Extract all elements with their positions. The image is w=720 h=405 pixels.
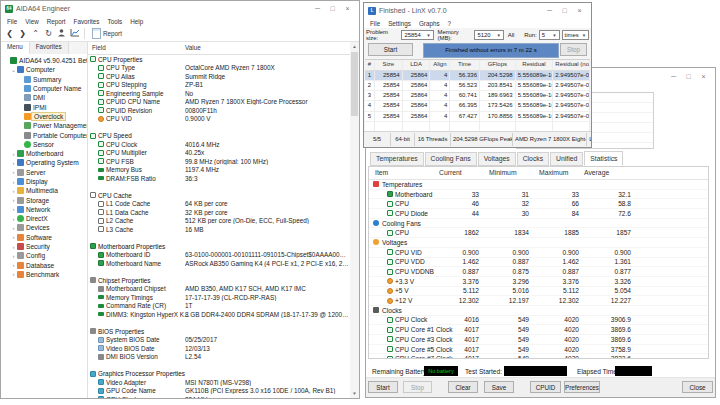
close-icon[interactable]: × — [572, 4, 587, 17]
tab-statistics[interactable]: Statistics — [584, 151, 623, 166]
report-button[interactable]: Report — [88, 27, 126, 40]
expander-icon[interactable]: › — [10, 206, 17, 212]
maximize-icon[interactable]: □ — [557, 4, 572, 17]
expander-icon[interactable]: › — [10, 197, 17, 203]
minimize-icon[interactable]: ─ — [310, 2, 325, 15]
list-row: CPU AliasSummit Ridge — [87, 72, 350, 81]
scroll-thumb[interactable] — [351, 52, 358, 116]
up-icon[interactable]: ⌃ — [29, 29, 42, 38]
menubar-item-view[interactable]: View — [21, 18, 43, 25]
sidebar-item-devices[interactable]: ›Devices — [1, 223, 87, 232]
sidebar-item-dmi[interactable]: DMI — [1, 93, 87, 102]
forward-icon[interactable]: ❯ — [16, 29, 29, 38]
sidebar-item-computer[interactable]: ⌄Computer — [1, 65, 87, 74]
sidebar-item-motherboard[interactable]: ›Motherboard — [1, 149, 87, 158]
field-value: 324 MHz — [185, 396, 349, 398]
sidebar-item-portable[interactable]: Portable Computer — [1, 130, 87, 139]
close-button[interactable]: Close — [682, 381, 713, 393]
sidebar-item-display[interactable]: ›Display — [1, 177, 87, 186]
linx-grid-cell: 25854 — [375, 81, 403, 90]
tab-cooling-fans[interactable]: Cooling Fans — [425, 152, 477, 166]
start-button[interactable]: Start — [368, 381, 398, 393]
sidebar-item-server[interactable]: ›Server — [1, 168, 87, 177]
sidebar-item-multimedia[interactable]: ›Multimedia — [1, 186, 87, 195]
chip-icon — [98, 286, 104, 292]
linx-menubar-item-graphs[interactable]: Graphs — [415, 20, 444, 27]
refresh-icon[interactable]: ↻ — [42, 29, 55, 38]
run-count-select[interactable]: 5 ▼ — [539, 30, 560, 40]
menubar-item-help[interactable]: Help — [126, 18, 147, 25]
expander-icon[interactable]: › — [10, 271, 17, 277]
scroll-down-icon[interactable]: ▼ — [350, 389, 359, 398]
sidebar-item-summary[interactable]: Summary — [1, 75, 87, 84]
linx-menubar-item-help[interactable]: ? — [444, 20, 456, 27]
menubar-item-report[interactable]: Report — [43, 18, 70, 25]
sidebar-item-database[interactable]: ›Database — [1, 261, 87, 270]
close-icon[interactable]: × — [340, 2, 355, 15]
expander-icon[interactable]: › — [10, 179, 17, 185]
expander-icon[interactable]: › — [10, 244, 17, 250]
expander-icon[interactable]: › — [10, 234, 17, 240]
linx-menubar-item-file[interactable]: File — [366, 20, 384, 27]
sidebar-item-directx[interactable]: ›DirectX — [1, 214, 87, 223]
expander-icon[interactable]: ⌄ — [10, 66, 17, 73]
chart-icon[interactable] — [68, 28, 81, 39]
sidebar-item-software[interactable]: ›Software — [1, 233, 87, 242]
close-icon[interactable]: × — [696, 70, 711, 83]
clear-button[interactable]: Clear — [448, 381, 478, 393]
expander-icon[interactable]: › — [10, 216, 17, 222]
chip-icon — [90, 277, 96, 283]
temp-icon — [373, 181, 379, 187]
scrollbar[interactable]: ▲ ▼ — [350, 42, 359, 398]
sidebar-item-overclock[interactable]: Overclock — [1, 112, 87, 121]
cpu-icon — [98, 158, 104, 164]
maximize-icon[interactable]: □ — [681, 70, 696, 83]
tab-voltages[interactable]: Voltages — [478, 152, 516, 166]
menubar-item-tools[interactable]: Tools — [104, 18, 127, 25]
tab-clocks[interactable]: Clocks — [517, 152, 549, 166]
column-field: Field — [92, 44, 106, 51]
sidebar-item-aida64[interactable]: AIDA64 v5.90.4251 Beta — [1, 56, 87, 65]
problem-size-select[interactable]: 25854 ▼ — [401, 30, 433, 40]
expander-icon[interactable]: › — [10, 225, 17, 231]
expander-icon[interactable]: › — [10, 188, 17, 194]
sidebar-item-security[interactable]: ›Security — [1, 242, 87, 251]
minimize-icon[interactable]: ─ — [666, 70, 681, 83]
menubar-item-favorites[interactable]: Favorites — [70, 18, 104, 25]
sidebar-item-sensor[interactable]: Sensor — [1, 140, 87, 149]
linx-start-button[interactable]: Start — [368, 43, 413, 56]
save-button[interactable]: Save — [484, 381, 514, 393]
sidebar-item-config[interactable]: ›Config — [1, 251, 87, 260]
run-units-select[interactable]: times ▼ — [562, 30, 589, 40]
linx-menubar-item-settings[interactable]: Settings — [384, 20, 415, 27]
preferences-button[interactable]: Preferences — [564, 381, 600, 393]
sidebar-item-power[interactable]: Power Management — [1, 121, 87, 130]
expander-icon[interactable]: › — [10, 169, 17, 175]
sidebar-item-network[interactable]: ›Network — [1, 205, 87, 214]
menubar-item-file[interactable]: File — [3, 18, 21, 25]
stats-value: 4020 — [539, 316, 579, 323]
expander-icon[interactable]: › — [10, 253, 17, 259]
minimize-icon[interactable]: ─ — [542, 4, 557, 17]
stats-item-row: CPU Clock401654940203906.9 — [369, 316, 708, 326]
user-icon[interactable] — [55, 28, 68, 39]
expander-icon[interactable]: › — [10, 151, 17, 157]
expander-icon[interactable]: › — [10, 262, 17, 268]
sidebar-tab-menu[interactable]: Menu — [1, 42, 30, 54]
memory-select[interactable]: 5120 ▼ — [474, 30, 503, 40]
expander-icon[interactable]: › — [10, 160, 17, 166]
back-icon[interactable]: ❮ — [3, 29, 16, 38]
linx-stop-button[interactable]: Stop — [560, 43, 587, 56]
sidebar-item-computer-name[interactable]: Computer Name — [1, 84, 87, 93]
sidebar-item-storage[interactable]: ›Storage — [1, 195, 87, 204]
sidebar-item-ipmi[interactable]: IPMI — [1, 102, 87, 111]
tab-unified[interactable]: Unified — [550, 152, 583, 166]
sidebar-tab-favorites[interactable]: Favorites — [30, 42, 69, 54]
maximize-icon[interactable]: □ — [325, 2, 340, 15]
sidebar-item-benchmark[interactable]: ›Benchmark — [1, 270, 87, 279]
scroll-up-icon[interactable]: ▲ — [350, 42, 359, 51]
volt-icon — [387, 298, 393, 304]
sidebar-item-os[interactable]: ›Operating System — [1, 158, 87, 167]
tab-temperatures[interactable]: Temperatures — [370, 152, 424, 166]
cpuid-button[interactable]: CPUID — [530, 381, 561, 393]
